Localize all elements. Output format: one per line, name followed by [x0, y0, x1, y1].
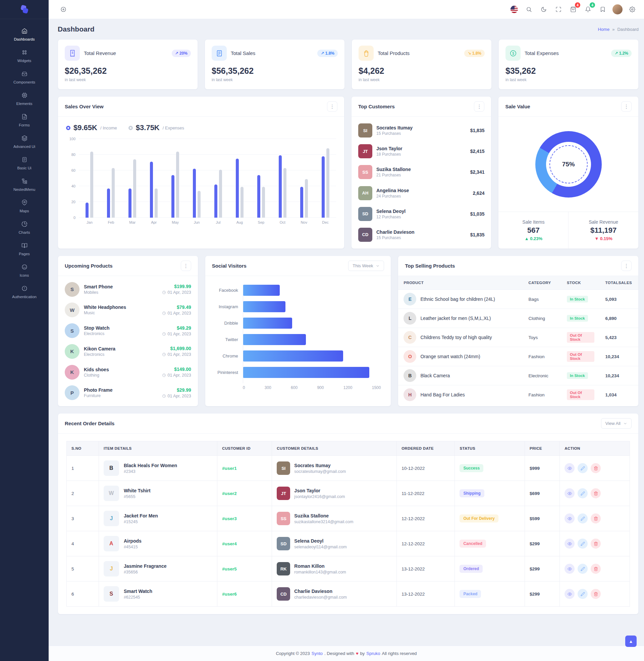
- user-menu[interactable]: [612, 4, 623, 15]
- delete-button[interactable]: [591, 539, 601, 549]
- social-bar-facebook[interactable]: Facebook: [212, 285, 381, 296]
- app-logo[interactable]: [0, 0, 49, 19]
- scroll-to-top-button[interactable]: ▲: [625, 636, 637, 647]
- legend-item[interactable]: $9.65K/ Income: [66, 123, 117, 132]
- sidebar-item-advanced-ui[interactable]: Advanced Ui: [0, 131, 49, 152]
- table-row[interactable]: OOrange smart watch (24mm) Fashion Out O…: [398, 347, 638, 366]
- income-bar: [322, 156, 325, 218]
- table-row[interactable]: LLeather jacket for men (S,M,L,XL) Cloth…: [398, 309, 638, 328]
- table-row[interactable]: HHand Bag For Ladies Fashion Out Of Stoc…: [398, 385, 638, 404]
- social-bar-instagram[interactable]: Instagram: [212, 301, 381, 312]
- customer-list-item[interactable]: AH Angelina Hose24 Purchases 2,624: [351, 186, 491, 200]
- view-button[interactable]: [565, 463, 575, 473]
- bar-group-jun[interactable]: [186, 139, 208, 218]
- settings-gear-icon[interactable]: [626, 4, 638, 15]
- bar-group-mar[interactable]: [122, 139, 143, 218]
- sidebar-item-authentication[interactable]: Authentication: [0, 281, 49, 303]
- sidebar-item-components[interactable]: Components: [0, 67, 49, 88]
- edit-button[interactable]: [578, 488, 588, 498]
- delete-button[interactable]: [591, 463, 601, 473]
- bar-group-feb[interactable]: [100, 139, 122, 218]
- customer-id-link[interactable]: #user2: [222, 491, 237, 496]
- sidebar-item-elements[interactable]: Elements: [0, 88, 49, 110]
- view-button[interactable]: [565, 488, 575, 498]
- edit-button[interactable]: [578, 463, 588, 473]
- upcoming-product-item[interactable]: S Smart PhoneMobiles $199.99 01 Apr, 202…: [58, 282, 198, 297]
- sidebar-item-charts[interactable]: Charts: [0, 217, 49, 238]
- sale-value-menu-button[interactable]: ⋮: [621, 101, 631, 112]
- customer-list-item[interactable]: CD Charlie Davieson15 Purchases $1,835: [351, 228, 491, 242]
- customer-list-item[interactable]: SD Selena Deoyl12 Purchases $1,035: [351, 207, 491, 221]
- fullscreen-icon[interactable]: [553, 4, 564, 15]
- sidebar-item-widgets[interactable]: Widgets: [0, 45, 49, 67]
- bar-group-nov[interactable]: [293, 139, 315, 218]
- customer-id-link[interactable]: #user6: [222, 592, 237, 597]
- upcoming-products-menu-button[interactable]: ⋮: [181, 261, 191, 271]
- social-bar-dribble[interactable]: Dribble: [212, 317, 381, 329]
- delete-button[interactable]: [591, 514, 601, 523]
- view-all-dropdown[interactable]: View All: [601, 418, 631, 429]
- upcoming-product-item[interactable]: S Stop WatchElectronics $49.29 01 Apr, 2…: [58, 323, 198, 338]
- language-flag[interactable]: [508, 4, 520, 15]
- upcoming-products-card: Upcoming Products ⋮ S Smart PhoneMobiles…: [58, 256, 198, 406]
- bar-group-jul[interactable]: [208, 139, 229, 218]
- bar-group-oct[interactable]: [272, 139, 293, 218]
- table-row[interactable]: CChildrens Teddy toy of high quality Toy…: [398, 328, 638, 347]
- bar-group-aug[interactable]: [229, 139, 250, 218]
- view-button[interactable]: [565, 514, 575, 523]
- view-button[interactable]: [565, 589, 575, 599]
- edit-button[interactable]: [578, 514, 588, 523]
- bookmark-icon[interactable]: [597, 4, 608, 15]
- social-visitors-filter-dropdown[interactable]: This Week: [348, 261, 384, 271]
- sidebar-item-dashboards[interactable]: Dashboards: [0, 24, 49, 45]
- upcoming-product-item[interactable]: K Kikon CameraElectronics $1,699.00 01 A…: [58, 344, 198, 359]
- view-button[interactable]: [565, 539, 575, 549]
- footer-brand-synto[interactable]: Synto: [312, 651, 323, 656]
- delete-button[interactable]: [591, 564, 601, 574]
- sidebar-toggle-icon[interactable]: [58, 4, 69, 15]
- bar-group-may[interactable]: [165, 139, 186, 218]
- upcoming-product-item[interactable]: K Kids shoesClothing $149.00 01 Apr, 202…: [58, 365, 198, 380]
- customer-id-link[interactable]: #user5: [222, 566, 237, 571]
- sales-overview-menu-button[interactable]: ⋮: [327, 101, 338, 112]
- social-bar-twitter[interactable]: Twitter: [212, 334, 381, 345]
- sidebar-item-nestedmenu[interactable]: NestedMenu: [0, 174, 49, 195]
- footer-brand-spruko[interactable]: Spruko: [366, 651, 380, 656]
- legend-item[interactable]: $3.75K/ Expenses: [129, 123, 184, 132]
- breadcrumb-home[interactable]: Home: [598, 27, 610, 32]
- edit-button[interactable]: [578, 589, 588, 599]
- customer-id-link[interactable]: #user1: [222, 466, 237, 471]
- table-row[interactable]: EEthnic School bag for children (24L) Ba…: [398, 290, 638, 309]
- heart-icon: ♥: [356, 651, 359, 656]
- bar-group-sep[interactable]: [250, 139, 272, 218]
- upcoming-product-item[interactable]: W White HeadphonesMusic $79.49 01 Apr, 2…: [58, 303, 198, 317]
- upcoming-product-item[interactable]: P Photo FrameFurniture $29.99 01 Apr, 20…: [58, 385, 198, 400]
- sidebar-item-pages[interactable]: Pages: [0, 238, 49, 260]
- delete-button[interactable]: [591, 589, 601, 599]
- table-row[interactable]: BBlack Camera Electronic In Stock 10,234: [398, 366, 638, 385]
- view-button[interactable]: [565, 564, 575, 574]
- customer-list-item[interactable]: JT Json Taylor18 Purchases $2,415: [351, 144, 491, 158]
- top-selling-menu-button[interactable]: ⋮: [621, 261, 631, 271]
- customer-list-item[interactable]: SI Socrates Itumay15 Purchases $1,835: [351, 123, 491, 138]
- customer-id-link[interactable]: #user4: [222, 541, 237, 546]
- social-bar-chrome[interactable]: Chrome: [212, 351, 381, 361]
- bar-group-jan[interactable]: [79, 139, 100, 218]
- bar-group-dec[interactable]: [315, 139, 336, 218]
- search-icon[interactable]: [523, 4, 535, 15]
- edit-button[interactable]: [578, 564, 588, 574]
- delete-button[interactable]: [591, 488, 601, 498]
- bar-group-apr[interactable]: [143, 139, 165, 218]
- top-customers-menu-button[interactable]: ⋮: [474, 101, 484, 112]
- customer-list-item[interactable]: SS Suzika Stallone21 Purchases $2,341: [351, 165, 491, 179]
- sidebar-item-icons[interactable]: Icons: [0, 260, 49, 281]
- sidebar-item-forms[interactable]: Forms: [0, 110, 49, 131]
- dark-mode-icon[interactable]: [538, 4, 549, 15]
- cart-icon[interactable]: 4: [568, 4, 579, 15]
- notifications-icon[interactable]: 4: [582, 4, 594, 15]
- sidebar-item-basic-ui[interactable]: Basic Ui: [0, 152, 49, 174]
- sidebar-item-maps[interactable]: Maps: [0, 195, 49, 217]
- social-bar-pininterest[interactable]: Pininterest: [212, 367, 381, 378]
- customer-id-link[interactable]: #user3: [222, 516, 237, 521]
- edit-button[interactable]: [578, 539, 588, 549]
